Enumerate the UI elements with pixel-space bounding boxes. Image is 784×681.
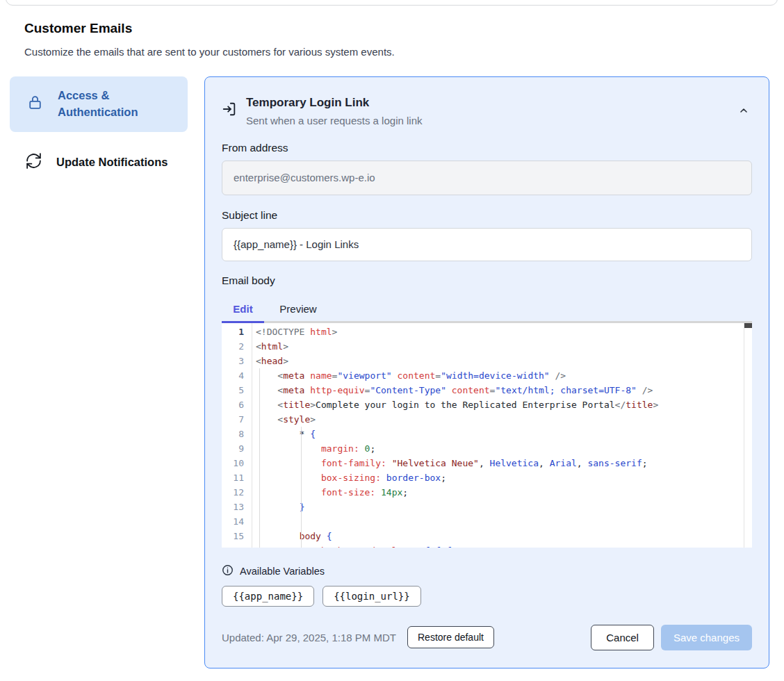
sidebar-item-label: Access & Authentication <box>58 88 155 121</box>
from-address-field[interactable]: enterprise@customers.wp-e.io <box>222 161 752 195</box>
available-variables-row: Available Variables <box>222 564 752 579</box>
page-subtitle: Customize the emails that are sent to yo… <box>24 46 395 58</box>
refresh-icon <box>25 152 42 172</box>
previous-card-remnant <box>6 0 778 6</box>
subject-line-label: Subject line <box>222 209 752 222</box>
panel-subtitle: Sent when a user requests a login link <box>246 115 422 126</box>
from-address-label: From address <box>222 142 752 154</box>
temporary-login-link-panel: Temporary Login Link Sent when a user re… <box>204 76 769 668</box>
variable-chips: {{app_name}} {{login_url}} <box>222 586 752 607</box>
chevron-up-icon <box>738 108 749 118</box>
sidebar-item-label: Update Notifications <box>56 156 168 169</box>
editor-line-numbers: 12345678910111213141516 <box>222 323 252 548</box>
sidebar-item-access-authentication[interactable]: Access & Authentication <box>10 76 188 132</box>
panel-footer: Updated: Apr 29, 2025, 1:18 PM MDT Resto… <box>222 625 752 650</box>
save-changes-button[interactable]: Save changes <box>661 625 752 650</box>
editor-vertical-scrollbar[interactable] <box>744 323 752 548</box>
variable-chip-login-url[interactable]: {{login_url}} <box>322 586 421 607</box>
panel-header: Temporary Login Link Sent when a user re… <box>222 95 752 126</box>
tab-preview[interactable]: Preview <box>271 297 325 321</box>
email-body-code-editor[interactable]: 12345678910111213141516 <!DOCTYPE html><… <box>222 323 752 548</box>
restore-default-button[interactable]: Restore default <box>407 626 494 648</box>
available-variables-label: Available Variables <box>240 566 325 577</box>
collapse-panel-button[interactable] <box>738 105 749 118</box>
panel-title: Temporary Login Link <box>246 95 422 111</box>
email-body-tabs: Edit Preview <box>222 297 752 323</box>
email-body-label: Email body <box>222 274 752 287</box>
info-icon <box>222 564 234 579</box>
cancel-button[interactable]: Cancel <box>591 625 654 650</box>
login-icon <box>222 101 237 126</box>
scrollbar-thumb[interactable] <box>744 323 752 328</box>
variable-chip-app-name[interactable]: {{app_name}} <box>222 586 314 607</box>
sidebar-item-update-notifications[interactable]: Update Notifications <box>10 144 188 181</box>
tab-edit[interactable]: Edit <box>222 297 264 321</box>
updated-timestamp: Updated: Apr 29, 2025, 1:18 PM MDT <box>222 632 396 643</box>
lock-icon <box>26 94 44 114</box>
editor-lines[interactable]: <!DOCTYPE html><html><head> <meta name="… <box>252 323 752 548</box>
page-title: Customer Emails <box>24 21 132 36</box>
email-types-sidebar: Access & Authentication Update Notificat… <box>10 76 188 181</box>
subject-line-field[interactable]: {{app_name}} - Login Links <box>222 228 752 261</box>
